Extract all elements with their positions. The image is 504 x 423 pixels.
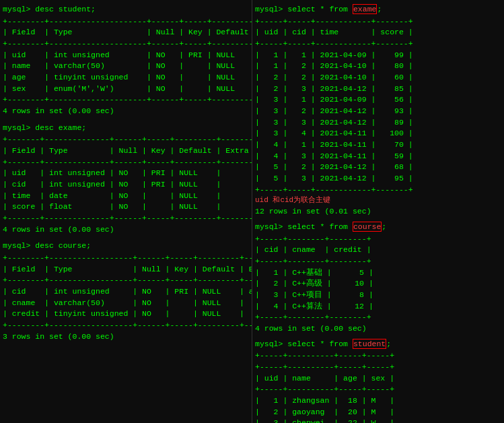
table-row: | 1 | zhangsan | 18 | M | — [255, 395, 501, 407]
table-row: | Field | Type | Null | Key | Default | … — [3, 264, 249, 275]
table-row: | cid | int unsigned | NO | PRI | NULL |… — [3, 286, 249, 298]
table-row: | cname | varchar(50) | NO | | NULL | | — [3, 298, 249, 309]
table-row: | sex | enum('M','W') | NO | | NULL | | — [3, 84, 249, 95]
table-row: +--------+---------------------+------+-… — [3, 38, 249, 50]
table-row: | 1 | C++基础 | 5 | — [255, 267, 501, 279]
block-desc-exame: mysql> desc exame;+-------+-------------… — [3, 123, 249, 236]
cmd-line: mysql> select * from course; — [255, 222, 501, 233]
table-row: | 3 | 3 | 2021-04-12 | 89 | — [255, 117, 501, 129]
table-row: +--------+------------------+------+----… — [3, 253, 249, 264]
table-row: | 2 | 2 | 2021-04-10 | 60 | — [255, 72, 501, 84]
cmd-line: mysql> select * from student; — [255, 339, 501, 350]
block-desc-student: mysql> desc student;+--------+----------… — [3, 4, 249, 117]
footer-text: 3 rows in set (0.00 sec) — [3, 331, 249, 343]
table-row: | 2 | 3 | 2021-04-12 | 85 | — [255, 84, 501, 95]
block-select-student: mysql> select * from student;+-----+----… — [255, 339, 501, 423]
block-select-exame: mysql> select * from exame;+-----+-----+… — [255, 4, 501, 218]
cmd-line: mysql> desc course; — [3, 240, 249, 252]
table-row: +-----+-----+------------+-------+ — [255, 38, 501, 50]
table-row: +-----+-----+------------+-------+ — [255, 16, 501, 28]
table-row: +-----+----------+-----+-----+ — [255, 350, 501, 362]
table-row: +-------+--------------+------+-----+---… — [3, 157, 249, 168]
highlight-table-name: course — [353, 222, 382, 232]
block-select-course: mysql> select * from course;+-----+-----… — [255, 222, 501, 335]
cmd-line: mysql> select * from exame; — [255, 4, 501, 15]
table-row: | age | tinyint unsigned | NO | | NULL |… — [3, 72, 249, 84]
table-row: | 2 | C++高级 | 10 | — [255, 278, 501, 290]
table-row: | time | date | NO | | NULL | | — [3, 191, 249, 202]
table-row: +--------+---------------------+------+-… — [3, 94, 249, 106]
right-panel: mysql> select * from exame;+-----+-----+… — [252, 0, 504, 423]
table-row: | 4 | 3 | 2021-04-11 | 59 | — [255, 151, 501, 162]
table-row: | uid | name | age | sex | — [255, 373, 501, 385]
block-desc-course: mysql> desc course;+--------+-----------… — [3, 240, 249, 342]
table-row: | 3 | 1 | 2021-04-09 | 56 | — [255, 94, 501, 106]
table-row: | 4 | 1 | 2021-04-11 | 70 | — [255, 139, 501, 151]
table-row: | 1 | 1 | 2021-04-09 | 99 | — [255, 50, 501, 61]
footer-text: 12 rows in set (0.01 sec) — [255, 206, 501, 218]
table-row: | 4 | C++算法 | 12 | — [255, 301, 501, 313]
table-row: | Field | Type | Null | Key | Default | … — [3, 27, 249, 38]
table-row: | score | float | NO | | NULL | | — [3, 201, 249, 213]
table-row: | 5 | 2 | 2021-04-12 | 68 | — [255, 162, 501, 173]
table-row: | 3 | 4 | 2021-04-11 | 100 | — [255, 128, 501, 139]
table-row: +-------+--------------+------+-----+---… — [3, 134, 249, 145]
table-row: +--------+------------------+------+----… — [3, 320, 249, 331]
table-row: | 3 | C++项目 | 8 | — [255, 290, 501, 301]
table-row: +-----+-----+------------+-------+ — [255, 185, 501, 196]
table-row: | uid | int unsigned | NO | PRI | NULL |… — [3, 50, 249, 61]
table-row: +--------+------------------+------+----… — [3, 275, 249, 286]
highlight-table-name: student — [353, 339, 386, 349]
table-row: | credit | tinyint unsigned | NO | | NUL… — [3, 308, 249, 320]
right-terminal: mysql> select * from exame;+-----+-----+… — [255, 4, 501, 423]
table-row: | 1 | 2 | 2021-04-10 | 80 | — [255, 61, 501, 72]
table-row: +-----+--------+--------+ — [255, 256, 501, 267]
table-row: | 5 | 3 | 2021-04-12 | 95 | — [255, 173, 501, 185]
table-row: | cid | int unsigned | NO | PRI | NULL |… — [3, 179, 249, 191]
table-row: +-----+--------+--------+ — [255, 312, 501, 323]
footer-text: 4 rows in set (0.00 sec) — [3, 106, 249, 117]
cmd-line: mysql> desc student; — [3, 4, 249, 15]
table-row: | uid | cid | time | score | — [255, 27, 501, 38]
footer-text: 4 rows in set (0.00 sec) — [255, 323, 501, 335]
table-row: | uid | int unsigned | NO | PRI | NULL |… — [3, 168, 249, 179]
left-terminal: mysql> desc student;+--------+----------… — [3, 4, 249, 348]
table-row: | 3 | chenwei | 22 | W | — [255, 418, 501, 423]
table-row: | Field | Type | Null | Key | Default | … — [3, 145, 249, 157]
annotation-text: uid 和cid为联合主键 — [255, 195, 501, 206]
left-panel: mysql> desc student;+--------+----------… — [0, 0, 252, 423]
table-row: | name | varchar(50) | NO | | NULL | | — [3, 61, 249, 72]
table-row: +-----+--------+--------+ — [255, 234, 501, 245]
table-row: | cid | cname | credit | — [255, 245, 501, 256]
table-row: +-----+----------+-----+-----+ — [255, 384, 501, 395]
highlight-table-name: exame — [353, 4, 377, 14]
table-row: +-----+----------+-----+-----+ — [255, 362, 501, 373]
table-row: | 3 | 2 | 2021-04-12 | 93 | — [255, 106, 501, 117]
table-row: +-------+--------------+------+-----+---… — [3, 213, 249, 224]
cmd-line: mysql> desc exame; — [3, 123, 249, 134]
table-row: | 2 | gaoyang | 20 | M | — [255, 407, 501, 418]
footer-text: 4 rows in set (0.00 sec) — [3, 224, 249, 236]
table-row: +--------+---------------------+------+-… — [3, 16, 249, 28]
